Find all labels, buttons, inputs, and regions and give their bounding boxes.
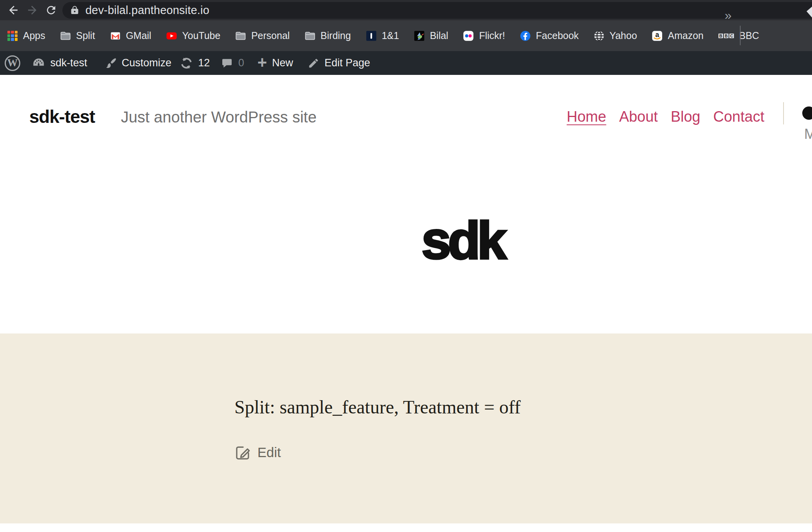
wp-site-name: sdk-test: [50, 57, 87, 69]
wp-comments[interactable]: 0: [221, 51, 244, 75]
wp-edit-page[interactable]: Edit Page: [308, 51, 370, 75]
address-bar[interactable]: dev-bilal.pantheonsite.io: [62, 2, 812, 19]
wp-updates[interactable]: 12: [180, 51, 210, 75]
wp-admin-bar: W sdk-test Customize 12 0: [0, 51, 812, 75]
bookmark-split[interactable]: Split: [60, 30, 95, 41]
bookmark-personal[interactable]: Personal: [235, 30, 290, 41]
flickr-icon: [463, 30, 474, 41]
cursor-wedge: [807, 7, 812, 18]
nav-link-home[interactable]: Home: [567, 108, 606, 125]
svg-text:a: a: [655, 30, 659, 38]
wp-customize-label: Customize: [122, 57, 172, 69]
wordpress-logo-icon: W: [5, 55, 20, 71]
svg-text:C: C: [730, 33, 733, 38]
yahoo-globe-icon: [594, 30, 605, 41]
oneandone-icon: [366, 30, 377, 41]
bookmark-gmail[interactable]: GMail: [110, 30, 151, 41]
bookmark-birding[interactable]: Birding: [305, 30, 351, 41]
back-button[interactable]: [5, 2, 22, 18]
bookmarks-overflow-chevron[interactable]: »: [725, 0, 732, 31]
nav-link-about[interactable]: About: [619, 108, 658, 125]
bookmark-amazon[interactable]: a Amazon: [652, 30, 704, 41]
pencil-icon: [308, 57, 319, 69]
bbc-icon: BBC: [718, 30, 734, 41]
edit-square-pencil-icon: [235, 445, 250, 460]
bookmark-1and1[interactable]: 1&1: [366, 30, 399, 41]
feature-section: [0, 333, 812, 523]
wp-site-menu[interactable]: sdk-test: [32, 51, 87, 75]
header-divider: [783, 102, 784, 124]
header-dot-button[interactable]: [802, 106, 812, 120]
svg-text:B: B: [719, 33, 722, 38]
lock-icon[interactable]: [69, 5, 80, 16]
amazon-icon: a: [652, 30, 663, 41]
wp-edit-page-label: Edit Page: [324, 57, 370, 69]
folder-icon: [235, 30, 246, 41]
folder-icon: [305, 30, 316, 41]
brush-icon: [104, 57, 117, 69]
bookmarks-bar: Apps Split GMail YouTube Personal Birdin…: [0, 20, 812, 51]
reload-icon: [45, 4, 57, 16]
wp-updates-count: 12: [198, 57, 210, 69]
split-status-text: Split: sample_feature, Treatment = off: [234, 398, 521, 417]
bookmark-apps[interactable]: Apps: [7, 30, 45, 41]
svg-text:B: B: [725, 33, 728, 38]
edit-link-label: Edit: [257, 445, 281, 460]
wp-comments-count: 0: [238, 57, 244, 69]
bookmark-bilal[interactable]: Bilal: [414, 30, 448, 41]
menu-partial-label: M: [804, 126, 812, 142]
update-icon: [180, 57, 193, 70]
wp-logo-menu[interactable]: W: [5, 51, 20, 75]
edit-post-link[interactable]: Edit: [235, 445, 281, 460]
url-text: dev-bilal.pantheonsite.io: [85, 4, 209, 17]
wp-new-label: New: [272, 57, 293, 69]
bookmark-facebook[interactable]: Facebook: [520, 30, 579, 41]
primary-nav: Home About Blog Contact: [567, 108, 764, 125]
back-arrow-icon: [7, 4, 20, 17]
nav-link-blog[interactable]: Blog: [671, 108, 700, 125]
browser-toolbar: dev-bilal.pantheonsite.io: [0, 0, 812, 20]
youtube-icon: [166, 30, 177, 41]
forward-button[interactable]: [24, 2, 40, 18]
site-tagline: Just another WordPress site: [121, 108, 317, 126]
site-title-link[interactable]: sdk-test: [29, 106, 95, 127]
gmail-icon: [110, 30, 121, 41]
nav-link-contact[interactable]: Contact: [713, 108, 764, 125]
facebook-icon: [520, 30, 531, 41]
apps-grid-icon: [7, 30, 18, 41]
dashboard-gauge-icon: [32, 57, 45, 70]
wp-new-menu[interactable]: + New: [257, 51, 293, 75]
comment-bubble-icon: [221, 57, 233, 69]
bookmark-youtube[interactable]: YouTube: [166, 30, 220, 41]
bookmarks-bar-divider: [740, 26, 741, 45]
reload-button[interactable]: [43, 2, 59, 18]
sdk-logo-text: sdk: [422, 214, 504, 267]
bookmark-flickr[interactable]: Flickr!: [463, 30, 505, 41]
hummingbird-icon: [414, 30, 425, 41]
folder-icon: [60, 30, 71, 41]
wp-customize[interactable]: Customize: [104, 51, 172, 75]
forward-arrow-icon: [25, 4, 39, 17]
bookmark-bbc[interactable]: BBC BBC: [718, 30, 759, 41]
bookmark-yahoo[interactable]: Yahoo: [594, 30, 637, 41]
